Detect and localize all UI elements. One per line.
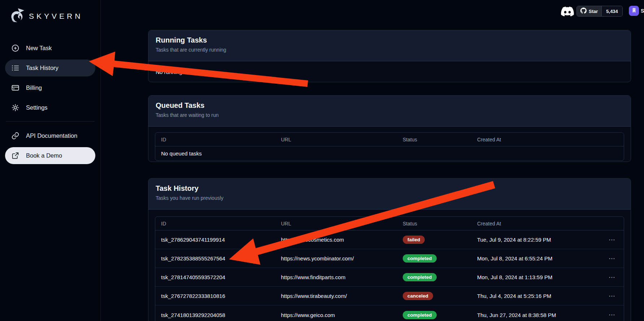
task-created-at: Thu, Jun 27, 2024 at 8:38:58 PM [471, 312, 604, 318]
status-badge: failed [403, 236, 425, 244]
task-created-at: Tue, Jul 9, 2024 at 8:22:59 PM [471, 237, 604, 243]
gear-icon [11, 104, 20, 112]
sidebar-item-label: API Documentation [26, 132, 77, 139]
sidebar: SKYVERN New Task Task History [0, 0, 101, 321]
task-created-at: Mon, Jul 8, 2024 at 6:55:24 PM [471, 255, 604, 261]
column-header-id: ID [155, 137, 275, 142]
task-url: https://tartecosmetics.com [275, 237, 397, 243]
column-header-created-at: Created At [471, 221, 604, 227]
building-icon [631, 8, 637, 14]
sidebar-item-label: New Task [26, 45, 52, 52]
task-row[interactable]: tsk_278147405593572204 https://www.findi… [155, 268, 624, 287]
credit-card-icon [11, 84, 20, 92]
running-tasks-subtitle: Tasks that are currently running [156, 47, 623, 53]
queued-tasks-empty-row: No queued tasks [155, 146, 624, 160]
topbar: Star 5,434 Sk [101, 0, 644, 22]
organization-name: Sk [641, 8, 644, 14]
no-queued-tasks-text: No queued tasks [155, 150, 624, 157]
column-header-created-at: Created At [471, 137, 604, 142]
status-badge: completed [403, 254, 437, 263]
running-tasks-title: Running Tasks [156, 36, 623, 44]
list-icon [11, 64, 20, 72]
task-history-header: Task History Tasks you have run previous… [148, 179, 631, 210]
task-created-at: Thu, Jul 4, 2024 at 5:25:16 PM [471, 293, 604, 299]
link-icon [11, 132, 20, 140]
task-id: tsk_278235388555267564 [155, 255, 275, 261]
brand-logo[interactable]: SKYVERN [5, 5, 95, 32]
column-header-id: ID [155, 221, 275, 227]
queued-tasks-title: Queued Tasks [156, 101, 623, 110]
sidebar-item-label: Settings [26, 104, 48, 111]
task-history-table-header: ID URL Status Created At [155, 217, 624, 230]
task-row[interactable]: tsk_278235388555267564 https://news.ycom… [155, 249, 624, 268]
sidebar-item-task-history[interactable]: Task History [5, 60, 95, 76]
status-badge: completed [403, 273, 437, 281]
column-header-status: Status [397, 137, 471, 142]
plus-circle-icon [11, 44, 20, 53]
column-header-url: URL [275, 221, 397, 227]
task-row[interactable]: tsk_274180139292204058 https://www.geico… [155, 305, 624, 321]
row-actions-ellipsis-icon[interactable]: ⋯ [609, 255, 624, 263]
column-header-status: Status [397, 221, 471, 227]
brand-name: SKYVERN [29, 12, 83, 21]
task-row[interactable]: tsk_276727822333810816 https://www.tirab… [155, 287, 624, 305]
sidebar-item-api-documentation[interactable]: API Documentation [5, 127, 95, 144]
task-history-title: Task History [156, 184, 623, 193]
status-badge: canceled [403, 292, 433, 300]
task-id: tsk_278629043741199914 [155, 237, 275, 243]
task-id: tsk_278147405593572204 [155, 274, 275, 280]
sidebar-item-settings[interactable]: Settings [5, 99, 95, 116]
task-row[interactable]: tsk_278629043741199914 https://tartecosm… [155, 230, 624, 249]
queued-tasks-subtitle: Tasks that are waiting to run [156, 112, 623, 118]
task-url: https://www.geico.com [275, 312, 397, 318]
queued-tasks-table-header: ID URL Status Created At [155, 133, 624, 146]
queued-tasks-table: ID URL Status Created At No queued tasks [155, 132, 624, 161]
column-header-url: URL [275, 137, 397, 142]
book-a-demo-button[interactable]: Book a Demo [5, 147, 95, 164]
task-id: tsk_274180139292204058 [155, 312, 275, 318]
row-actions-ellipsis-icon[interactable]: ⋯ [609, 292, 624, 300]
running-tasks-header: Running Tasks Tasks that are currently r… [148, 30, 631, 61]
row-actions-ellipsis-icon[interactable]: ⋯ [609, 236, 624, 244]
task-history-table: ID URL Status Created At tsk_27862904374… [155, 216, 624, 321]
status-badge: completed [403, 311, 437, 319]
discord-icon[interactable] [561, 6, 574, 16]
github-star-label: Star [589, 9, 598, 14]
row-actions-ellipsis-icon[interactable]: ⋯ [609, 273, 624, 281]
task-history-subtitle: Tasks you have run previously [156, 195, 623, 201]
sidebar-item-new-task[interactable]: New Task [5, 40, 95, 57]
sidebar-divider [6, 121, 95, 122]
organization-avatar[interactable] [629, 6, 639, 16]
running-tasks-card: Running Tasks Tasks that are currently r… [148, 30, 631, 82]
task-id: tsk_276727822333810816 [155, 293, 275, 299]
sidebar-item-billing[interactable]: Billing [5, 79, 95, 96]
row-actions-ellipsis-icon[interactable]: ⋯ [609, 311, 624, 319]
sidebar-item-label: Task History [26, 65, 59, 71]
task-url: https://news.ycombinator.com/ [275, 255, 397, 261]
dragon-logo-icon [9, 7, 25, 25]
github-icon [580, 8, 587, 15]
sidebar-item-label: Billing [26, 84, 42, 91]
github-star-count: 5,434 [601, 6, 622, 16]
no-running-tasks-text: No running tasks [148, 61, 631, 82]
task-history-card: Task History Tasks you have run previous… [148, 178, 631, 321]
task-created-at: Mon, Jul 8, 2024 at 1:13:59 PM [471, 274, 604, 280]
queued-tasks-card: Queued Tasks Tasks that are waiting to r… [148, 95, 631, 162]
task-url: https://www.tirabeauty.com/ [275, 293, 397, 299]
skyvern-dashboard: SKYVERN New Task Task History [0, 0, 644, 321]
github-star-button[interactable]: Star 5,434 [576, 6, 623, 17]
queued-tasks-header: Queued Tasks Tasks that are waiting to r… [148, 96, 631, 127]
external-link-icon [11, 151, 20, 160]
task-url: https://www.finditparts.com [275, 274, 397, 280]
sidebar-item-label: Book a Demo [26, 152, 62, 159]
